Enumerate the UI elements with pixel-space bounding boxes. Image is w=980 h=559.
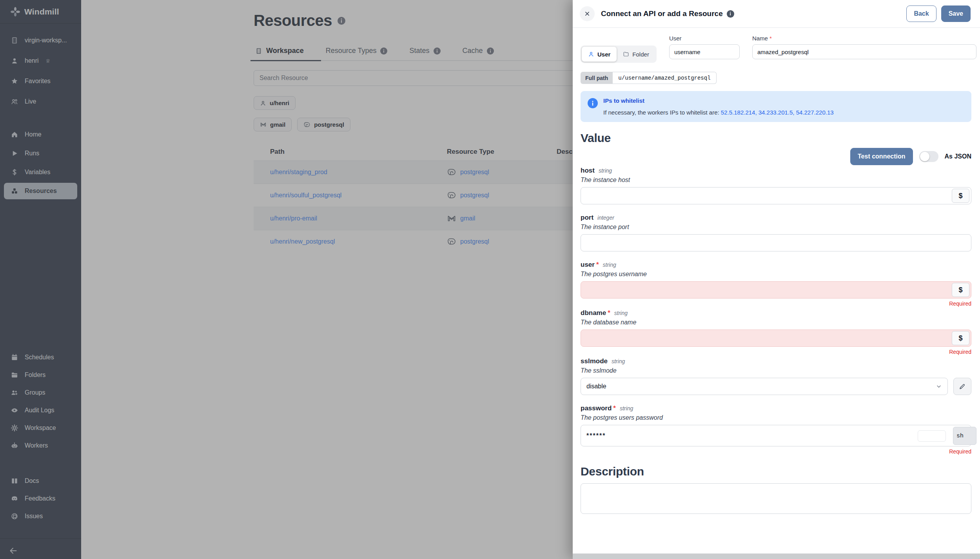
name-field[interactable] — [752, 44, 976, 59]
field-description: The instance host — [581, 177, 971, 184]
resource-drawer: Connect an API or add a Resource Back Sa… — [573, 0, 980, 559]
field-port: portinteger The instance port — [581, 214, 971, 251]
field-name: sslmode — [581, 357, 608, 365]
field-name: port — [581, 214, 593, 222]
banner-body: If necessary, the workers IPs to whiteli… — [603, 109, 834, 116]
drawer-body: User Folder User Name* — [573, 28, 980, 514]
user-input[interactable]: $ — [581, 281, 971, 299]
field-name: user* — [581, 261, 599, 269]
field-description: The postgres users password — [581, 414, 971, 421]
field-description: The instance port — [581, 224, 971, 231]
required-error: Required — [581, 448, 971, 455]
info-icon[interactable] — [727, 10, 734, 18]
field-type: string — [620, 405, 633, 412]
name-field-label: Name* — [752, 35, 976, 42]
modal-overlay[interactable] — [0, 0, 573, 559]
required-asterisk: * — [596, 261, 599, 268]
horizontal-scrollbar[interactable] — [573, 554, 980, 559]
required-asterisk: * — [769, 35, 772, 42]
variable-picker-button[interactable]: $ — [952, 189, 969, 203]
required-error: Required — [581, 349, 971, 355]
field-password: password*string The postgres users passw… — [581, 404, 971, 455]
person-icon — [588, 51, 594, 57]
back-button[interactable]: Back — [906, 5, 936, 22]
field-type: integer — [597, 215, 614, 221]
folder-icon — [623, 51, 629, 57]
password-masked-value: ****** — [586, 432, 606, 439]
field-name: dbname* — [581, 309, 610, 317]
as-json-toggle[interactable] — [919, 151, 938, 162]
full-path-value: u/username/amazed_postgresql — [613, 72, 716, 84]
value-section-heading: Value — [581, 131, 971, 145]
toggle-knob — [920, 152, 929, 161]
owner-kind-user-label: User — [597, 51, 610, 58]
as-json-label: As JSON — [945, 153, 971, 160]
variable-picker-button[interactable]: $ — [952, 283, 969, 297]
owner-kind-folder-label: Folder — [632, 51, 649, 58]
field-description: The database name — [581, 319, 971, 326]
field-name: host — [581, 167, 595, 175]
description-section-heading: Description — [581, 465, 971, 478]
field-name: password* — [581, 404, 616, 412]
edit-pencil-button[interactable] — [953, 378, 971, 395]
host-input[interactable]: $ — [581, 187, 971, 204]
user-field[interactable] — [669, 44, 740, 59]
drawer-title: Connect an API or add a Resource — [601, 9, 723, 18]
description-textarea[interactable] — [581, 483, 971, 514]
required-error: Required — [581, 300, 971, 307]
field-type: string — [614, 310, 628, 316]
ip-whitelist-banner: IPs to whitelist If necessary, the worke… — [581, 91, 971, 122]
owner-kind-toggle: User Folder — [581, 46, 657, 63]
drawer-header: Connect an API or add a Resource Back Sa… — [573, 0, 980, 28]
owner-kind-folder[interactable]: Folder — [617, 47, 655, 62]
close-button[interactable] — [580, 6, 595, 21]
field-description: The postgres username — [581, 271, 971, 278]
test-connection-button[interactable]: Test connection — [850, 148, 913, 165]
field-type: string — [599, 168, 612, 174]
dbname-input[interactable]: $ — [581, 330, 971, 347]
variable-picker-button[interactable]: $ — [952, 331, 969, 345]
user-field-label: User — [669, 35, 740, 42]
app-root: Windmill virgin-worksp... henri ♕ F — [0, 0, 980, 559]
required-asterisk: * — [608, 309, 610, 317]
field-sslmode: sslmodestring The sslmode disable — [581, 357, 971, 395]
sslmode-select[interactable]: disable — [581, 378, 948, 395]
field-dbname: dbname*string The database name $ Requir… — [581, 309, 971, 355]
field-description: The sslmode — [581, 367, 971, 374]
owner-kind-user[interactable]: User — [582, 47, 617, 62]
full-path-label: Full path — [581, 72, 613, 84]
test-connection-row: Test connection As JSON — [581, 148, 971, 165]
field-host: hoststring The instance host $ — [581, 167, 971, 204]
password-inline-input[interactable] — [918, 430, 946, 442]
password-input[interactable]: ****** sh — [581, 425, 971, 446]
full-path-row: Full path u/username/amazed_postgresql — [581, 72, 971, 84]
banner-title: IPs to whitelist — [603, 97, 834, 104]
required-asterisk: * — [613, 404, 616, 412]
field-type: string — [612, 358, 625, 364]
info-icon — [588, 98, 598, 108]
show-password-button[interactable]: sh — [953, 427, 976, 445]
whitelist-ips[interactable]: 52.5.182.214, 34.233.201.5, 54.227.220.1… — [721, 109, 834, 116]
sslmode-selected-value: disable — [586, 383, 606, 390]
chevron-down-icon — [936, 383, 942, 390]
field-type: string — [603, 262, 616, 268]
resource-meta-row: User Folder User Name* — [581, 35, 971, 63]
port-input[interactable] — [581, 234, 971, 251]
field-user: user*string The postgres username $ Requ… — [581, 261, 971, 307]
save-button[interactable]: Save — [941, 5, 971, 22]
